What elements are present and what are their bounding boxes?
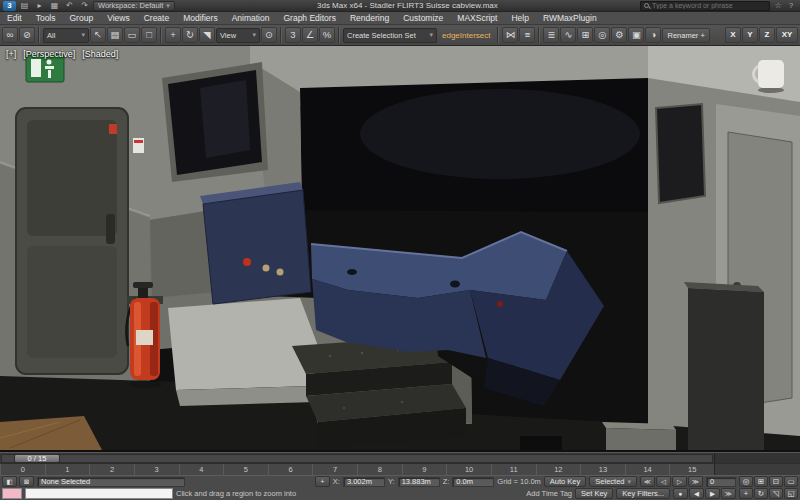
selection-region-icon[interactable]: ▭ — [124, 27, 140, 43]
select-and-link-icon[interactable]: ∞ — [2, 27, 18, 43]
key-mode-icon[interactable]: ● — [673, 488, 688, 499]
select-by-name-icon[interactable]: ▤ — [107, 27, 123, 43]
timeline-tick[interactable]: 5 — [223, 464, 268, 475]
add-time-tag-label[interactable]: Add Time Tag — [526, 489, 572, 498]
key-filters-button[interactable]: Key Filters... — [616, 488, 670, 499]
window-crossing-icon[interactable]: □ — [141, 27, 157, 43]
timeline-tick[interactable]: 6 — [268, 464, 313, 475]
timeline-tick[interactable]: 3 — [134, 464, 179, 475]
previous-key-icon[interactable]: ◀ — [689, 488, 704, 499]
renamer-button[interactable]: Renamer + — [662, 28, 709, 43]
viewport-shading-menu[interactable]: [Shaded] — [82, 49, 118, 59]
set-key-button[interactable]: Set Key — [575, 488, 613, 499]
go-to-end-icon[interactable]: ≫ — [688, 476, 703, 487]
zoom-all-icon[interactable]: ⊞ — [754, 476, 768, 487]
perspective-viewport[interactable]: [+][Perspective][Shaded] — [0, 46, 800, 452]
zoom-extents-icon[interactable]: ⊡ — [769, 476, 783, 487]
undo-icon[interactable]: ↶ — [63, 1, 76, 11]
menu-create[interactable]: Create — [137, 12, 177, 25]
select-object-icon[interactable]: ↖ — [90, 27, 106, 43]
maximize-viewport-icon[interactable]: ◱ — [784, 488, 798, 499]
coord-x-field[interactable]: 3.002m — [343, 477, 385, 487]
edge-intersect-label[interactable]: edgeIntersect — [438, 31, 494, 40]
menu-modifiers[interactable]: Modifiers — [176, 12, 224, 25]
viewport-pov-menu[interactable]: [Perspective] — [23, 49, 75, 59]
reference-coordinate-dropdown[interactable]: View▾ — [216, 28, 260, 43]
timeline-tick[interactable]: 4 — [179, 464, 224, 475]
lock-selection-icon[interactable]: ⊠ — [19, 476, 34, 487]
render-production-icon[interactable]: ◑ — [645, 27, 661, 43]
menu-animation[interactable]: Animation — [225, 12, 277, 25]
app-menu-icon[interactable]: 3 — [3, 1, 16, 11]
help-icon[interactable]: ? — [785, 1, 797, 11]
timeline-tick[interactable]: 0 — [0, 464, 45, 475]
render-setup-icon[interactable]: ⚙ — [611, 27, 627, 43]
maxscript-listener-white[interactable] — [25, 488, 173, 499]
timeline-tick[interactable]: 12 — [536, 464, 581, 475]
axis-y-button[interactable]: Y — [742, 27, 758, 43]
orbit-icon[interactable]: ↻ — [754, 488, 768, 499]
menu-edit[interactable]: Edit — [0, 12, 29, 25]
open-file-icon[interactable]: ▸ — [33, 1, 46, 11]
schematic-view-icon[interactable]: ⊞ — [577, 27, 593, 43]
time-slider[interactable]: 0 / 15 — [14, 454, 60, 463]
snap-toggle-icon[interactable]: 3 — [285, 27, 301, 43]
selected-scope-dropdown[interactable]: Selected ▾ — [589, 476, 637, 487]
select-and-move-icon[interactable]: + — [165, 27, 181, 43]
menu-rendering[interactable]: Rendering — [343, 12, 396, 25]
timeline-tick[interactable]: 9 — [402, 464, 447, 475]
layer-manager-icon[interactable]: ≣ — [543, 27, 559, 43]
menu-group[interactable]: Group — [63, 12, 101, 25]
align-icon[interactable]: ≡ — [519, 27, 535, 43]
zoom-region-icon[interactable]: ▭ — [784, 476, 798, 487]
new-scene-icon[interactable]: ▤ — [18, 1, 31, 11]
timeline-tick[interactable]: 14 — [625, 464, 670, 475]
zoom-icon[interactable]: ◎ — [739, 476, 753, 487]
selection-filter-dropdown[interactable]: All▾ — [43, 28, 89, 43]
menu-views[interactable]: Views — [100, 12, 137, 25]
angle-snap-icon[interactable]: ∠ — [302, 27, 318, 43]
auto-key-button[interactable]: Auto Key — [544, 476, 586, 487]
next-frame-icon[interactable]: ≫ — [721, 488, 736, 499]
isolate-selection-icon[interactable]: ◧ — [2, 476, 17, 487]
frame-number-field[interactable]: 0 — [706, 477, 736, 487]
maxscript-listener-pink[interactable] — [2, 488, 22, 499]
use-pivot-center-icon[interactable]: ⊙ — [261, 27, 277, 43]
coord-y-field[interactable]: 13.883m — [398, 477, 440, 487]
menu-graph-editors[interactable]: Graph Editors — [276, 12, 342, 25]
named-selection-sets-dropdown[interactable]: Create Selection Set▾ — [343, 28, 437, 43]
curve-editor-icon[interactable]: ∿ — [560, 27, 576, 43]
pan-icon[interactable]: + — [739, 488, 753, 499]
previous-frame-icon[interactable]: ◁ — [656, 476, 671, 487]
time-slider-track[interactable] — [1, 454, 713, 463]
coord-z-field[interactable]: 0.0m — [452, 477, 494, 487]
menu-tools[interactable]: Tools — [29, 12, 63, 25]
timeline-tick[interactable]: 13 — [580, 464, 625, 475]
viewport-general-menu[interactable]: [+] — [6, 49, 16, 59]
timeline-tick[interactable]: 1 — [45, 464, 90, 475]
go-to-start-icon[interactable]: ≪ — [640, 476, 655, 487]
menu-rwmaxplugin[interactable]: RWMaxPlugin — [536, 12, 604, 25]
timeline-tick[interactable]: 8 — [357, 464, 402, 475]
material-editor-icon[interactable]: ◎ — [594, 27, 610, 43]
unlink-selection-icon[interactable]: ⊘ — [19, 27, 35, 43]
next-key-icon[interactable]: ▶ — [705, 488, 720, 499]
select-and-rotate-icon[interactable]: ↻ — [182, 27, 198, 43]
timeline-tick[interactable]: 15 — [669, 464, 714, 475]
track-bar-ticks[interactable]: 0123456789101112131415 — [0, 464, 714, 475]
redo-icon[interactable]: ↷ — [78, 1, 91, 11]
search-input[interactable] — [652, 2, 766, 9]
timeline-tick[interactable]: 11 — [491, 464, 536, 475]
axis-xy-button[interactable]: XY — [776, 27, 798, 43]
rendered-frame-icon[interactable]: ▣ — [628, 27, 644, 43]
play-icon[interactable]: ▷ — [672, 476, 687, 487]
fov-icon[interactable]: ◹ — [769, 488, 783, 499]
search-box[interactable] — [640, 1, 770, 11]
absolute-mode-icon[interactable]: + — [315, 476, 330, 487]
workspace-switcher[interactable]: Workspace: Default ▾ — [93, 1, 175, 11]
timeline-tick[interactable]: 7 — [312, 464, 357, 475]
axis-z-button[interactable]: Z — [759, 27, 775, 43]
select-and-scale-icon[interactable]: ◥ — [199, 27, 215, 43]
timeline-tick[interactable]: 10 — [446, 464, 491, 475]
community-icon[interactable]: ☆ — [772, 1, 784, 11]
